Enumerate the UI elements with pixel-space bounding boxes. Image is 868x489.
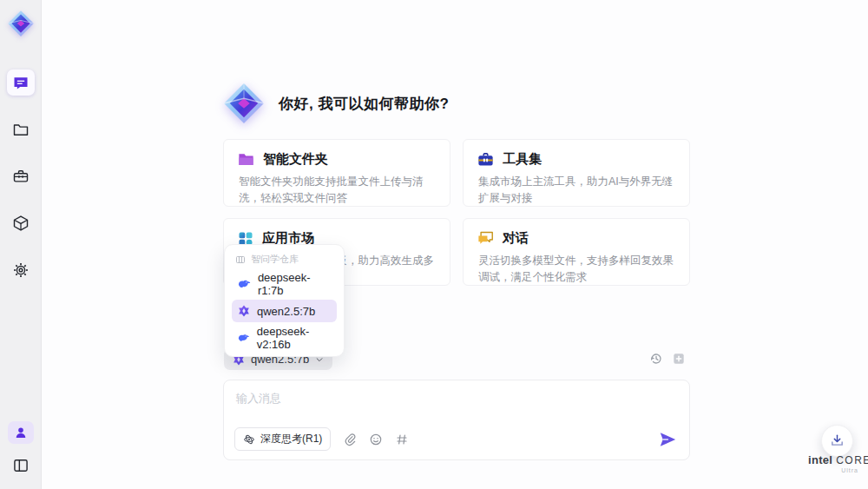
qwen-logo-icon xyxy=(238,305,250,317)
purple-folder-icon xyxy=(238,152,254,167)
hero: 你好, 我可以如何帮助你? xyxy=(222,82,449,125)
card-title: 工具集 xyxy=(503,151,542,168)
download-icon xyxy=(830,433,845,448)
folder-icon xyxy=(12,121,30,138)
model-dropdown: 智问学仓库 deepseek-r1:7b qwen2.5:7b deepseek… xyxy=(224,244,345,357)
panel-toggle-icon xyxy=(12,457,30,474)
cube-icon xyxy=(12,215,30,232)
history-icon[interactable] xyxy=(649,352,663,366)
chat-actions xyxy=(649,352,686,366)
card-conversation[interactable]: 对话 灵活切换多模型文件，支持多样回复效果调试，满足个性化需求 xyxy=(463,218,690,286)
sidebar-collapse-toggle[interactable] xyxy=(7,453,35,479)
sidebar-item-models[interactable] xyxy=(7,210,35,236)
card-title: 对话 xyxy=(503,230,529,247)
model-option-label: deepseek-v2:16b xyxy=(257,325,331,351)
model-option-deepseek-v2[interactable]: deepseek-v2:16b xyxy=(232,327,337,349)
atom-icon xyxy=(243,433,255,446)
intel-core-badge: intel core Ultra xyxy=(808,453,858,473)
intel-tier-text: Ultra xyxy=(808,467,858,473)
download-button[interactable] xyxy=(821,425,853,457)
sidebar xyxy=(0,0,42,489)
card-toolset[interactable]: 工具集 集成市场上主流工具，助力AI与外界无缝扩展与对接 xyxy=(463,139,690,207)
toolbox-icon xyxy=(12,168,30,185)
deepseek-whale-icon xyxy=(238,333,250,343)
chat-icon xyxy=(12,74,30,91)
model-option-deepseek-r1[interactable]: deepseek-r1:7b xyxy=(232,273,337,295)
sidebar-item-chat[interactable] xyxy=(7,69,35,96)
repo-box-icon xyxy=(235,254,246,265)
model-option-label: qwen2.5:7b xyxy=(257,305,315,318)
card-description: 灵活切换多模型文件，支持多样回复效果调试，满足个性化需求 xyxy=(477,253,675,286)
card-description: 集成市场上主流工具，助力AI与外界无缝扩展与对接 xyxy=(477,174,675,207)
model-option-label: deepseek-r1:7b xyxy=(258,271,331,297)
message-input[interactable] xyxy=(224,380,689,419)
gear-icon xyxy=(12,261,30,279)
composer-toolbar: 深度思考(R1) xyxy=(234,427,677,451)
new-chat-icon[interactable] xyxy=(672,352,686,366)
sidebar-item-settings[interactable] xyxy=(7,257,35,283)
send-icon[interactable] xyxy=(658,430,677,449)
emoji-icon[interactable] xyxy=(369,433,383,446)
card-smart-folders[interactable]: 智能文件夹 智能文件夹功能支持批量文件上传与清洗，轻松实现文件问答 xyxy=(223,139,450,207)
user-icon xyxy=(14,426,28,439)
sidebar-item-folders[interactable] xyxy=(7,116,35,142)
app-logo-icon xyxy=(6,9,36,38)
deepseek-whale-icon xyxy=(238,279,251,289)
hash-prompt-icon[interactable] xyxy=(395,433,409,446)
app-logo-icon xyxy=(222,82,266,125)
sidebar-item-toolbox[interactable] xyxy=(7,163,35,189)
card-title: 智能文件夹 xyxy=(263,151,328,168)
toolbox-icon xyxy=(477,152,494,167)
intel-product-text: core xyxy=(836,454,868,466)
model-repo-header: 智问学仓库 xyxy=(235,253,333,266)
intel-brand-text: intel xyxy=(808,453,832,466)
sidebar-item-account[interactable] xyxy=(8,421,34,444)
deep-think-label: 深度思考(R1) xyxy=(260,432,322,446)
chat-bubbles-icon xyxy=(477,231,494,246)
model-option-qwen[interactable]: qwen2.5:7b xyxy=(232,300,337,322)
model-repo-label: 智问学仓库 xyxy=(251,253,299,266)
message-composer: 深度思考(R1) xyxy=(223,380,690,460)
card-description: 智能文件夹功能支持批量文件上传与清洗，轻松实现文件问答 xyxy=(238,174,436,207)
deep-think-toggle[interactable]: 深度思考(R1) xyxy=(234,427,331,451)
attachment-icon[interactable] xyxy=(343,433,357,446)
greeting-title: 你好, 我可以如何帮助你? xyxy=(279,94,449,114)
